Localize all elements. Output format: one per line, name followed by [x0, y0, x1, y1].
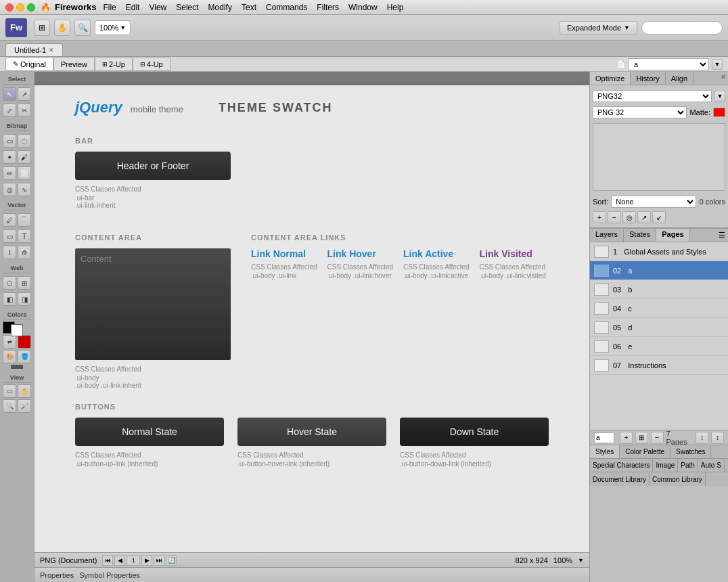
next-frame-button[interactable]: ▶: [141, 555, 152, 566]
pen-tool[interactable]: 🖊: [3, 213, 16, 227]
zoom-dropdown-icon2[interactable]: ▼: [578, 557, 584, 564]
del-page-icon[interactable]: −: [651, 432, 664, 444]
menu-modify[interactable]: Modify: [208, 3, 232, 12]
first-frame-button[interactable]: ⏮: [102, 555, 113, 566]
link-active-label[interactable]: Link Active: [403, 248, 473, 259]
paint-bucket-tool[interactable]: 🪣: [18, 350, 31, 363]
format-select[interactable]: PNG32: [593, 90, 712, 102]
maximize-button[interactable]: [27, 3, 35, 12]
properties-tab[interactable]: Properties: [40, 571, 74, 579]
link-normal-label[interactable]: Link Normal: [251, 248, 321, 259]
text-tool[interactable]: T: [18, 229, 31, 243]
tab-close-icon[interactable]: ✕: [49, 47, 54, 53]
grid-icon[interactable]: ⊞: [34, 20, 50, 36]
page-options-icon[interactable]: ↕: [696, 432, 708, 444]
slice-tool[interactable]: ⊞: [18, 276, 31, 290]
canvas-nav-buttons[interactable]: ⏮ ◀ 1 ▶ ⏭ 🔄: [102, 555, 177, 566]
loop-button[interactable]: 🔄: [166, 555, 177, 566]
snap-colors-icon[interactable]: ◎: [622, 211, 636, 223]
align-tab[interactable]: Align: [666, 72, 693, 85]
page-item-1[interactable]: 1 Global Assets and Styles: [590, 242, 728, 261]
lasso-tool[interactable]: ◌: [18, 134, 31, 148]
special-characters-tab[interactable]: Special Characters: [590, 459, 653, 472]
view-tab-4up[interactable]: ⊟ 4-Up: [133, 58, 170, 71]
search-input[interactable]: [641, 21, 723, 35]
transparency-icon[interactable]: ↙: [652, 211, 666, 223]
states-tab[interactable]: States: [624, 229, 656, 242]
document-library-tab[interactable]: Document Library: [590, 472, 650, 486]
swap-colors-icon[interactable]: ⇄: [3, 335, 16, 349]
history-tab[interactable]: History: [631, 72, 665, 85]
zoom-out-icon[interactable]: 🔎: [18, 399, 31, 413]
swatches-tab[interactable]: Swatches: [670, 445, 711, 458]
hotspot-tool[interactable]: ⬡: [3, 276, 16, 290]
matte-color-swatch[interactable]: [713, 108, 725, 117]
path-tab[interactable]: Path: [678, 459, 698, 472]
standard-screen-icon[interactable]: ▭: [3, 384, 16, 398]
scale-tool[interactable]: ⤢: [3, 104, 16, 117]
color-palette-tab[interactable]: Color Palette: [620, 445, 670, 458]
menu-text[interactable]: Text: [242, 3, 256, 12]
minimize-button[interactable]: [16, 3, 24, 12]
menu-commands[interactable]: Commands: [266, 3, 307, 12]
menu-window[interactable]: Window: [348, 3, 378, 12]
close-button[interactable]: [5, 3, 14, 12]
menu-edit[interactable]: Edit: [126, 3, 140, 12]
styles-tab[interactable]: Styles: [590, 445, 620, 458]
format-sub-select[interactable]: PNG 32: [593, 106, 687, 118]
freeform-tool[interactable]: ⌇: [3, 246, 16, 259]
optimize-tab[interactable]: Optimize: [590, 72, 631, 85]
view-tab-preview[interactable]: Preview: [53, 58, 95, 71]
page-item-5[interactable]: 05 d: [590, 318, 728, 337]
page-item-4[interactable]: 04 c: [590, 299, 728, 318]
zoom-tool-icon[interactable]: 🔍: [74, 20, 91, 36]
link-hover-label[interactable]: Link Hover: [327, 248, 397, 259]
hover-state-button[interactable]: Hover State: [237, 418, 386, 446]
gradient-swatch[interactable]: [11, 365, 23, 369]
common-library-tab[interactable]: Common Library: [650, 472, 706, 486]
hand-view-tool[interactable]: ✋: [18, 384, 31, 398]
magic-wand-tool[interactable]: ✦: [3, 150, 16, 164]
hide-slices-btn[interactable]: ◨: [18, 292, 31, 306]
view-tab-original[interactable]: ✎ Original: [5, 58, 53, 71]
pencil-tool[interactable]: ✏: [3, 166, 16, 180]
smudge-tool[interactable]: ∿: [18, 183, 31, 196]
remove-color-icon[interactable]: −: [608, 211, 621, 223]
normal-state-button[interactable]: Normal State: [75, 418, 224, 446]
document-tab[interactable]: Untitled-1 ✕: [5, 43, 63, 56]
menu-view[interactable]: View: [149, 3, 166, 12]
bezier-tool[interactable]: ⌒: [18, 213, 31, 227]
current-page-input[interactable]: [594, 432, 614, 443]
blur-tool[interactable]: ◎: [3, 183, 16, 196]
dup-page-icon[interactable]: ⊞: [635, 432, 648, 444]
menu-select[interactable]: Select: [176, 3, 198, 12]
canvas-scroll-area[interactable]: jQuery mobile theme THEME SWATCH BAR: [35, 72, 589, 552]
menu-filters[interactable]: Filters: [317, 3, 339, 12]
color-picker-tool[interactable]: 🎨: [3, 350, 16, 363]
active-color-swatch[interactable]: [18, 335, 31, 349]
rectangle-tool[interactable]: ▭: [3, 229, 16, 243]
canvas-dropdown[interactable]: a: [628, 58, 709, 70]
panel-close-icon[interactable]: ✕: [719, 72, 728, 81]
sort-select[interactable]: None: [611, 196, 696, 208]
traffic-lights[interactable]: [5, 3, 35, 12]
reshape-tool[interactable]: ⟰: [18, 246, 31, 259]
page-item-2[interactable]: 02 a: [590, 261, 728, 280]
crop-tool[interactable]: ✂: [18, 104, 31, 117]
symbol-properties-tab[interactable]: Symbol Properties: [79, 571, 140, 579]
zoom-control[interactable]: 100% ▼: [95, 20, 131, 35]
collapse-icon[interactable]: ↕: [711, 432, 724, 444]
menu-file[interactable]: File: [103, 3, 116, 12]
marquee-tool[interactable]: ▭: [3, 134, 16, 148]
panel-options-icon[interactable]: ☰: [716, 229, 728, 242]
add-page-icon[interactable]: +: [620, 432, 633, 444]
last-frame-button[interactable]: ⏭: [154, 555, 164, 566]
view-tab-2up[interactable]: ⊞ 2-Up: [95, 58, 133, 71]
add-color-icon[interactable]: +: [593, 211, 606, 223]
subselect-tool[interactable]: ↗: [18, 87, 31, 101]
show-slices-btn[interactable]: ◧: [3, 292, 16, 306]
fill-color[interactable]: [11, 324, 23, 336]
down-state-button[interactable]: Down State: [400, 418, 549, 446]
page-item-3[interactable]: 03 b: [590, 280, 728, 299]
format-options-icon[interactable]: ▼: [714, 91, 725, 102]
